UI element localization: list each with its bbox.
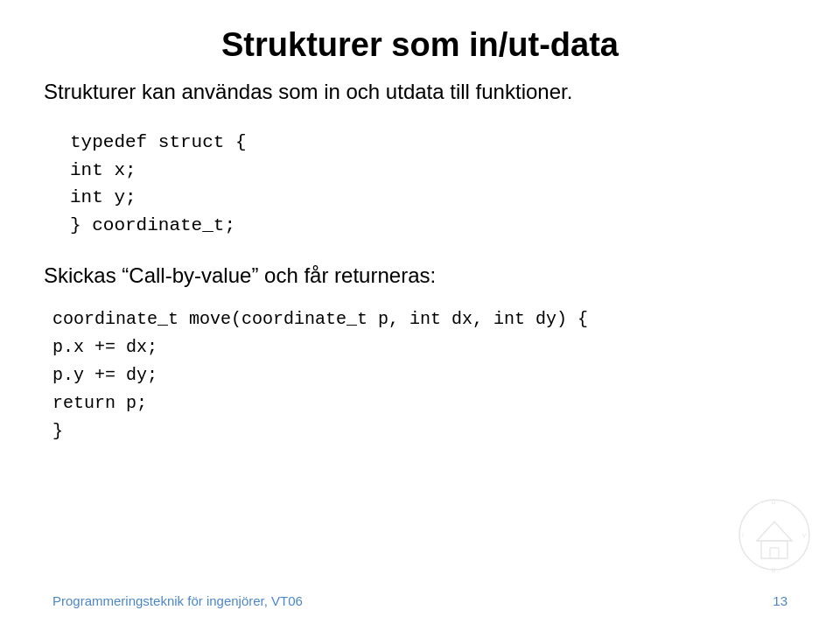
footer-course: Programmeringsteknik för ingenjörer, VT0… xyxy=(52,593,303,608)
svg-text:V: V xyxy=(802,532,808,538)
code-line-3: int y; xyxy=(70,184,796,212)
code-block-2: coordinate_t move(coordinate_t p, int dx… xyxy=(52,305,796,445)
footer: Programmeringsteknik för ingenjörer, VT0… xyxy=(0,593,840,608)
code2-line-4: return p; xyxy=(52,389,796,417)
slide-subtitle: Strukturer kan användas som in och utdat… xyxy=(44,80,796,104)
footer-page: 13 xyxy=(773,593,788,608)
slide-title: Strukturer som in/ut-data xyxy=(44,26,796,64)
svg-text:U: U xyxy=(771,499,777,505)
code-block-1: typedef struct { int x; int y; } coordin… xyxy=(70,129,796,239)
code2-line-5: } xyxy=(52,417,796,445)
svg-rect-3 xyxy=(770,548,779,558)
svg-marker-2 xyxy=(757,522,792,541)
svg-text:I: I xyxy=(742,532,746,538)
code-line-1: typedef struct { xyxy=(70,129,796,157)
code2-line-1: coordinate_t move(coordinate_t p, int dx… xyxy=(52,305,796,333)
code2-line-3: p.y += dy; xyxy=(52,361,796,389)
svg-rect-1 xyxy=(761,541,788,558)
code2-line-2: p.x += dx; xyxy=(52,333,796,361)
code-line-4: } coordinate_t; xyxy=(70,212,796,240)
svg-text:B: B xyxy=(772,567,778,573)
code-line-2: int x; xyxy=(70,157,796,185)
section-label: Skickas “Call-by-value” och får returner… xyxy=(44,263,796,288)
slide: Strukturer som in/ut-data Strukturer kan… xyxy=(0,0,840,624)
university-watermark: U V I B xyxy=(735,495,814,576)
svg-point-0 xyxy=(739,500,809,570)
